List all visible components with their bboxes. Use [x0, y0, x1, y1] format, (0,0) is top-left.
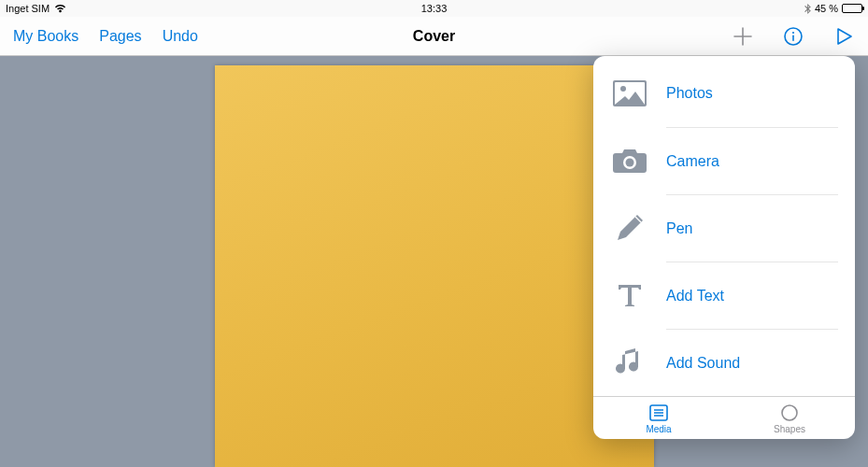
- svg-point-12: [782, 405, 797, 420]
- text-icon: [610, 276, 649, 315]
- battery-icon: [842, 4, 862, 13]
- svg-point-1: [792, 31, 794, 33]
- svg-point-5: [620, 86, 626, 92]
- add-icon[interactable]: [732, 25, 754, 48]
- pages-button[interactable]: Pages: [99, 28, 141, 45]
- nav-title: Cover: [413, 28, 455, 45]
- popover-item-label: Add Sound: [666, 355, 740, 372]
- popover-item-photos[interactable]: Photos: [593, 60, 855, 127]
- sound-icon: [610, 343, 649, 382]
- popover-item-label: Add Text: [666, 288, 724, 304]
- undo-button[interactable]: Undo: [163, 28, 198, 45]
- status-bar: Inget SIM 13:33 45 %: [0, 0, 868, 17]
- popover-item-add-sound[interactable]: Add Sound: [593, 329, 855, 396]
- popover-item-label: Pen: [666, 220, 692, 237]
- photos-icon: [610, 74, 649, 113]
- nav-right: [732, 25, 855, 48]
- play-icon[interactable]: [832, 25, 855, 48]
- bluetooth-icon: [804, 4, 811, 14]
- camera-icon: [610, 141, 649, 180]
- status-left: Inget SIM: [6, 3, 66, 14]
- svg-point-7: [626, 159, 634, 167]
- popover-item-camera[interactable]: Camera: [593, 127, 855, 194]
- info-icon[interactable]: [782, 25, 804, 48]
- battery-percent: 45 %: [815, 3, 838, 14]
- cover-page[interactable]: [215, 65, 654, 467]
- add-popover: Photos Camera Pen Add Text Add Sound: [593, 56, 855, 439]
- popover-body: Photos Camera Pen Add Text Add Sound: [593, 56, 855, 396]
- popover-item-pen[interactable]: Pen: [593, 194, 855, 262]
- tab-shapes[interactable]: Shapes: [724, 397, 855, 439]
- status-right: 45 %: [804, 3, 862, 14]
- svg-rect-2: [792, 35, 794, 41]
- my-books-button[interactable]: My Books: [13, 28, 78, 45]
- popover-item-label: Photos: [666, 85, 713, 102]
- media-tab-icon: [648, 403, 669, 423]
- shapes-tab-icon: [779, 403, 800, 423]
- popover-item-label: Camera: [666, 153, 719, 170]
- wifi-icon: [54, 4, 66, 13]
- tab-media-label: Media: [646, 424, 671, 434]
- popover-tabbar: Media Shapes: [593, 396, 855, 439]
- carrier-label: Inget SIM: [6, 3, 50, 14]
- tab-shapes-label: Shapes: [774, 424, 805, 434]
- pen-icon: [610, 208, 649, 248]
- status-time: 13:33: [421, 3, 448, 14]
- nav-bar: My Books Pages Undo Cover: [0, 17, 868, 56]
- tab-media[interactable]: Media: [593, 397, 724, 439]
- nav-left: My Books Pages Undo: [13, 28, 198, 45]
- popover-item-add-text[interactable]: Add Text: [593, 262, 855, 329]
